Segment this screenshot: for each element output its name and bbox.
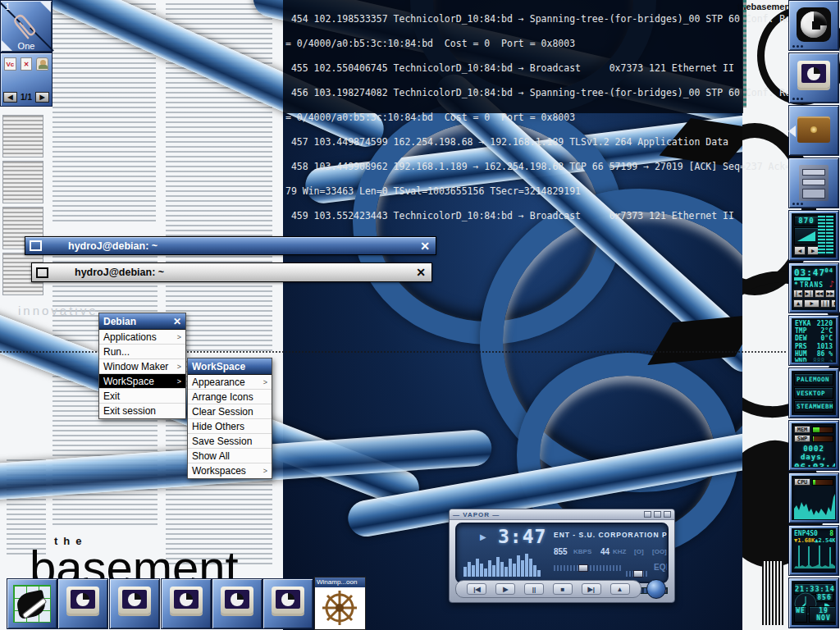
mixer-next-channel-button[interactable]: ▶ bbox=[807, 246, 819, 255]
dock-tile-wprefs[interactable] bbox=[7, 578, 57, 629]
remote-play-button[interactable]: ▶ bbox=[804, 299, 819, 308]
close-icon[interactable]: ✕ bbox=[414, 240, 436, 253]
previous-button[interactable]: |◀ bbox=[467, 583, 486, 595]
terminal-monitor-icon bbox=[221, 587, 253, 614]
dock-tile-cpu[interactable]: CPU bbox=[788, 472, 839, 523]
drawer-open-arrow-icon[interactable] bbox=[788, 126, 796, 137]
root-menu-titlebar[interactable]: Debian ✕ bbox=[99, 313, 185, 330]
menu-item-window-maker[interactable]: Window Maker > bbox=[99, 359, 185, 374]
stop-button[interactable]: ■ bbox=[553, 583, 573, 595]
menu-item-exit-session[interactable]: Exit session bbox=[99, 404, 185, 418]
playlist-button[interactable]: PL bbox=[666, 563, 669, 572]
vc-launcher-icon[interactable]: Vc bbox=[4, 57, 16, 71]
dock-tile-memory[interactable]: MEM SWP 0002 days, 06:03:42 bbox=[788, 420, 839, 471]
dock-tile-network[interactable]: ENP4S0 8 ▼1.68K ▲2.54K ▼445 ▲66.0 bbox=[788, 525, 839, 576]
mono-indicator: [O] bbox=[634, 548, 644, 555]
user-icon[interactable] bbox=[36, 57, 48, 71]
file-delete-icon[interactable]: ✕ bbox=[21, 57, 33, 71]
dock-tile-wmaker[interactable] bbox=[788, 0, 839, 51]
menu-item-clear-session[interactable]: Clear Session bbox=[188, 404, 272, 419]
barcode-graphic bbox=[762, 561, 783, 625]
dock-tile-terminal[interactable] bbox=[161, 578, 212, 629]
mixer-prev-channel-button[interactable]: ◀ bbox=[794, 246, 806, 255]
menu-item-appearance[interactable]: Appearance > bbox=[188, 375, 272, 390]
remote-forward-button[interactable]: ▶▶ bbox=[825, 290, 835, 298]
dock-tile-mixer[interactable]: 870 ◀ ▶ bbox=[788, 210, 839, 261]
menu-item-show-all[interactable]: Show All bbox=[188, 449, 272, 463]
menu-item-exit[interactable]: Exit bbox=[99, 389, 185, 404]
volume-slider[interactable] bbox=[554, 565, 621, 571]
eq-button[interactable]: EQ bbox=[654, 563, 665, 572]
weekday: WE bbox=[794, 606, 807, 623]
music-note-icon: ♪ bbox=[829, 279, 834, 290]
menu-item-hide-others[interactable]: Hide Others bbox=[188, 419, 272, 434]
pager-prev-button[interactable]: ◀ bbox=[3, 92, 17, 103]
dock-tile-filemanager[interactable] bbox=[788, 158, 839, 208]
workspace-name: One bbox=[1, 41, 52, 51]
wallpaper-thumbnail bbox=[2, 161, 43, 203]
window-titlebar-terminal2[interactable]: hydroJ@debian: ~ ✕ bbox=[31, 262, 432, 282]
swap-usage-bar bbox=[812, 436, 833, 442]
winamp-tile-titlebar[interactable]: Winamp...oon bbox=[315, 578, 365, 587]
window-titlebar-terminal1[interactable]: hydroJ@debian: ~ ✕ bbox=[25, 236, 436, 255]
dock-tile-clock[interactable]: 21:33:14 856 WE 19 NOV bbox=[788, 578, 839, 628]
launcher-steamwebhelper-button[interactable]: STEAMWEBH bbox=[794, 400, 833, 413]
workspace-menu-titlebar[interactable]: WorkSpace bbox=[188, 358, 272, 375]
player-remote-dockapp: 03:47 04 * TRANS ♪ |◀ ▶| ◀◀ ▶▶ ▲ ▶ || ■ bbox=[792, 266, 836, 310]
volume-wedge-icon[interactable] bbox=[794, 227, 819, 245]
remote-eject-button[interactable]: ▲ bbox=[793, 299, 803, 308]
remote-rewind-button[interactable]: ◀◀ bbox=[815, 290, 824, 298]
close-icon[interactable]: ✕ bbox=[173, 316, 181, 327]
menu-item-arrange-icons[interactable]: Arrange Icons bbox=[188, 390, 272, 404]
dock-tile-terminal[interactable] bbox=[57, 578, 108, 629]
winamp-titlebar[interactable]: — VAPOR — bbox=[450, 509, 674, 520]
wind-direction-icon: 888 ◔ bbox=[813, 358, 833, 363]
remote-stop-button[interactable]: ■ bbox=[831, 299, 836, 308]
winamp-miniwindow-tile[interactable]: Winamp...oon bbox=[314, 577, 366, 630]
terminal-window[interactable]: 454 102.198533357 TechnicolorD_10:84:bd … bbox=[283, 0, 743, 113]
balance-slider[interactable] bbox=[626, 571, 649, 577]
terminal-scrollbar[interactable] bbox=[743, 0, 746, 107]
close-icon[interactable]: ✕ bbox=[410, 266, 431, 279]
file-cabinet-icon bbox=[799, 165, 829, 201]
workspace-clip[interactable]: 1 One bbox=[0, 0, 52, 52]
menu-item-applications[interactable]: Applications > bbox=[99, 330, 185, 345]
spectrum-analyzer bbox=[463, 550, 544, 577]
menu-item-workspace[interactable]: WorkSpace > bbox=[99, 374, 185, 389]
dock-tile-terminal[interactable] bbox=[212, 578, 262, 629]
workspace-number: 1 bbox=[5, 2, 10, 11]
menu-item-save-session[interactable]: Save Session bbox=[188, 434, 272, 449]
dock-tile-terminal[interactable] bbox=[109, 578, 160, 629]
eject-button[interactable]: ▲ bbox=[610, 583, 630, 595]
dock-tile-player-remote[interactable]: 03:47 04 * TRANS ♪ |◀ ▶| ◀◀ ▶▶ ▲ ▶ || ■ bbox=[788, 262, 839, 313]
terminal-monitor-icon bbox=[118, 587, 151, 614]
cpu-dockapp: CPU bbox=[792, 476, 836, 520]
dock-tile-terminal[interactable] bbox=[788, 52, 839, 103]
shade-icon[interactable] bbox=[654, 511, 661, 518]
close-icon[interactable] bbox=[664, 511, 671, 518]
menu-item-run[interactable]: Run... bbox=[99, 345, 185, 359]
minimize-icon[interactable] bbox=[644, 511, 651, 518]
window-menu-icon[interactable] bbox=[30, 240, 42, 251]
pager-next-button[interactable]: ▶ bbox=[35, 92, 49, 103]
dock-tile-terminal[interactable] bbox=[262, 578, 313, 629]
net-download-rate: ▼1.68K bbox=[794, 537, 815, 544]
dock-tile-weather[interactable]: EYKA2120 TMP2°C DEW0°C PRS1013 HUM86 % W… bbox=[788, 315, 839, 366]
winamp-samplerate: 44 bbox=[600, 547, 609, 556]
pause-button[interactable]: || bbox=[524, 583, 544, 595]
remote-indicator: * bbox=[794, 281, 798, 289]
launcher-palemoon-button[interactable]: PALEMOON bbox=[794, 373, 833, 386]
drawer-pager-dockapp[interactable]: Vc ✕ ◀ 1/1 ▶ bbox=[0, 52, 52, 107]
window-menu-icon[interactable] bbox=[36, 267, 48, 278]
pager-page-indicator: 1/1 bbox=[21, 93, 32, 102]
launcher-vesktop-button[interactable]: VESKTOP bbox=[794, 387, 833, 399]
wallpaper-innovative-text: innovative bbox=[18, 304, 98, 317]
play-button[interactable]: ▶ bbox=[495, 583, 515, 595]
next-button[interactable]: ▶| bbox=[582, 583, 601, 595]
remote-pause-button[interactable]: || bbox=[820, 299, 830, 308]
menu-item-workspaces[interactable]: Workspaces > bbox=[188, 463, 272, 478]
remote-next-button[interactable]: ▶| bbox=[804, 290, 814, 298]
clip-next-workspace-button[interactable] bbox=[40, 2, 51, 12]
dock-tile-drawer[interactable] bbox=[788, 105, 839, 156]
remote-prev-button[interactable]: |◀ bbox=[793, 290, 803, 298]
